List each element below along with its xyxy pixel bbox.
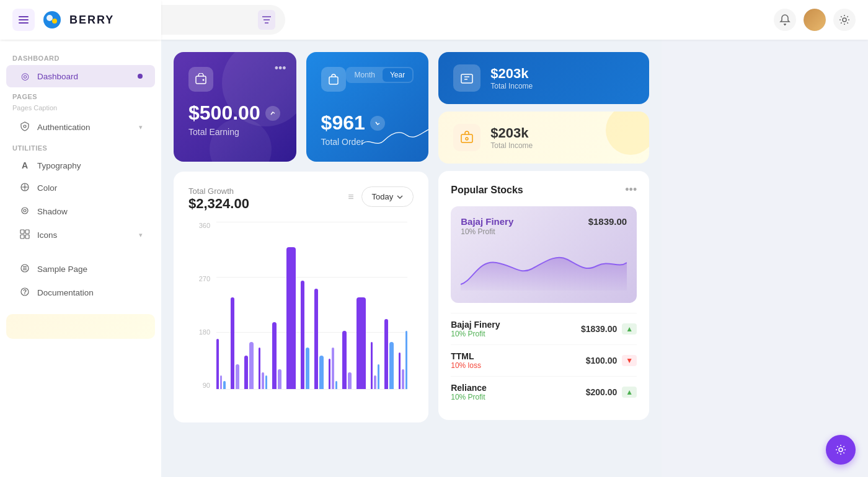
header: BERRY <box>0 0 868 40</box>
bar-segment <box>244 356 248 389</box>
bar-segment <box>384 319 388 389</box>
svg-rect-18 <box>20 230 24 234</box>
sidebar-pages-caption: Pages Caption <box>0 103 161 115</box>
bar-group-13 <box>399 222 408 389</box>
stock-info-bajaj: Bajaj Finery 10% Profit <box>451 320 500 338</box>
bar-segment <box>348 372 352 389</box>
main-grid: ••• $500.00 Total Earning <box>174 52 649 422</box>
logo-icon <box>42 10 62 30</box>
stock-info-reliance: Reliance 10% Profit <box>451 383 487 401</box>
bar-segment <box>389 342 393 389</box>
notification-button[interactable] <box>774 9 796 31</box>
stock-badge-ttml: ▼ <box>622 355 637 366</box>
income-yellow-card: $203k Total Income <box>438 112 649 164</box>
year-tab[interactable]: Year <box>383 68 412 82</box>
svg-rect-1 <box>19 19 29 20</box>
chart-bars <box>216 222 407 389</box>
trend-up-icon <box>265 106 280 121</box>
yellow-decor <box>606 112 649 155</box>
bar-segment <box>236 364 239 390</box>
stock-perf-bajaj: 10% Profit <box>451 330 500 338</box>
bar-segment <box>278 369 281 389</box>
featured-stock-profit: 10% Profit <box>461 227 627 236</box>
income-yellow-icon <box>453 124 480 151</box>
typography-label: Typography <box>37 161 81 170</box>
stock-badge-bajaj: ▲ <box>622 323 637 335</box>
chart-menu-icon[interactable]: ≡ <box>348 191 353 203</box>
today-button[interactable]: Today <box>361 186 414 207</box>
featured-stock-chart <box>461 241 627 291</box>
stocks-title: Popular Stocks <box>451 185 523 196</box>
bag-icon <box>327 73 340 85</box>
chevron-down-icon: ▾ <box>139 123 143 131</box>
bar-segment <box>306 348 309 390</box>
earning-amount: $500.00 <box>188 102 281 125</box>
svg-rect-31 <box>461 74 472 83</box>
sidebar-item-documentation[interactable]: ? Documentation <box>6 281 155 304</box>
bar-segment <box>249 342 253 389</box>
stock-row-bajaj: Bajaj Finery 10% Profit $1839.00 ▲ <box>451 313 637 344</box>
featured-stock-header: Bajaj Finery $1839.00 <box>461 216 627 227</box>
bar-group-8 <box>329 222 338 389</box>
svg-rect-30 <box>329 77 338 84</box>
bar-segment <box>402 369 404 389</box>
stock-right-bajaj: $1839.00 ▲ <box>581 323 637 335</box>
y-label-90: 90 <box>188 382 210 389</box>
income-blue-icon <box>453 64 480 92</box>
authentication-label: Authentication <box>37 123 91 132</box>
user-avatar[interactable] <box>804 9 826 31</box>
bar-segment <box>405 331 408 390</box>
chart-header: Total Growth $2,324.00 ≡ Today <box>188 186 414 212</box>
stocks-more-icon[interactable]: ••• <box>625 183 637 196</box>
sidebar-item-dashboard[interactable]: ◎ Dashboard <box>6 65 155 87</box>
svg-point-4 <box>46 15 53 21</box>
stock-badge-reliance: ▲ <box>622 387 637 398</box>
y-label-270: 270 <box>188 275 210 282</box>
icons-icon <box>19 229 31 241</box>
dashboard-icon: ◎ <box>19 71 31 82</box>
bar-segment <box>335 381 338 390</box>
y-label-180: 180 <box>188 328 210 336</box>
month-tab[interactable]: Month <box>347 68 383 82</box>
svg-point-16 <box>22 208 28 214</box>
stock-perf-ttml: 10% loss <box>451 361 481 370</box>
sidebar-item-color[interactable]: Color <box>6 177 155 199</box>
svg-point-5 <box>52 19 57 24</box>
bar-segment <box>259 348 261 390</box>
menu-button[interactable] <box>12 9 35 31</box>
earning-card: ••• $500.00 Total Earning <box>174 52 296 162</box>
bar-group-10 <box>356 222 366 389</box>
bar-group-1 <box>231 222 240 389</box>
earning-card-more[interactable]: ••• <box>275 62 286 75</box>
icons-label: Icons <box>37 230 57 240</box>
sidebar-item-typography[interactable]: A Typography <box>6 155 155 176</box>
sidebar-section-dashboard: Dashboard <box>0 50 161 64</box>
fab-settings-button[interactable] <box>826 435 856 465</box>
sidebar-item-shadow[interactable]: Shadow <box>6 200 155 223</box>
bar-segment <box>301 281 304 390</box>
bar-group-6 <box>301 222 310 389</box>
logo-text: BERRY <box>69 14 114 27</box>
stock-price-reliance: $200.00 <box>586 387 618 397</box>
shadow-label: Shadow <box>37 207 68 216</box>
income-yellow-label: Total Income <box>490 141 533 150</box>
bar-segment <box>272 322 276 389</box>
svg-point-33 <box>466 138 468 140</box>
stocks-header: Popular Stocks ••• <box>451 183 637 196</box>
filter-button[interactable] <box>258 10 275 30</box>
svg-point-15 <box>24 186 26 188</box>
bar-segment <box>329 359 331 389</box>
sidebar-item-icons[interactable]: Icons ▾ <box>6 224 155 247</box>
month-year-switch: Month Year <box>346 67 414 83</box>
bell-icon <box>779 14 790 25</box>
stock-right-ttml: $100.00 ▼ <box>586 355 637 366</box>
sidebar-item-sample-page[interactable]: Sample Page <box>6 258 155 281</box>
bar-group-9 <box>342 222 352 389</box>
svg-point-29 <box>203 79 205 81</box>
chart-controls: ≡ Today <box>348 186 414 207</box>
documentation-label: Documentation <box>37 288 94 297</box>
settings-button[interactable] <box>833 9 856 31</box>
income-blue-label: Total Income <box>490 82 533 90</box>
chevron-down-icon <box>397 195 403 199</box>
sidebar-item-authentication[interactable]: Authentication ▾ <box>6 116 155 139</box>
